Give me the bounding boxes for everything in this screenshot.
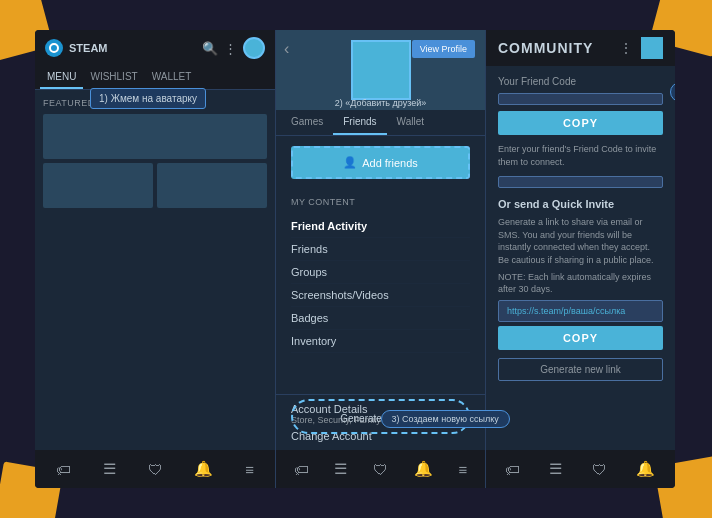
steam-client-panel: STEAM 🔍 ⋮ 1) Жмем на аватарку MENU WISHL… (35, 30, 275, 488)
bell-icon-3[interactable]: 🔔 (636, 460, 655, 478)
quick-invite-title: Or send a Quick Invite (498, 198, 663, 210)
content-item-friend-activity[interactable]: Friend Activity (291, 215, 470, 238)
featured-img-1 (43, 163, 153, 208)
content-item-screenshots[interactable]: Screenshots/Videos (291, 284, 470, 307)
shield-icon-2[interactable]: 🛡 (373, 461, 388, 478)
profile-panel: ‹ View Profile 2) «Добавить друзей» Game… (275, 30, 485, 488)
community-bottom-nav: 🏷 ☰ 🛡 🔔 (485, 450, 675, 488)
my-content-label: MY CONTENT (291, 197, 470, 207)
copy-link-button[interactable]: COPY (498, 326, 663, 350)
enter-friend-code-input[interactable] (498, 176, 663, 188)
steam-header: STEAM 🔍 ⋮ (35, 30, 275, 66)
generate-new-link-button[interactable]: Generate new link (498, 358, 663, 381)
tab-menu[interactable]: MENU (40, 66, 83, 89)
content-item-groups[interactable]: Groups (291, 261, 470, 284)
quick-invite-description: Generate a link to share via email or SM… (498, 216, 663, 266)
steam-logo-text: STEAM (69, 42, 108, 54)
invite-link-url: https://s.team/p/ваша/ссылка (498, 300, 663, 322)
content-item-inventory[interactable]: Inventory (291, 330, 470, 353)
community-header: COMMUNITY ⋮ (486, 30, 675, 66)
steam-bottom-nav: 🏷 ☰ 🛡 🔔 ≡ (35, 450, 275, 488)
avatar[interactable] (243, 37, 265, 59)
quick-invite-note: NOTE: Each link automatically expires af… (498, 271, 663, 296)
friend-code-display (498, 93, 663, 105)
featured-images (43, 114, 267, 208)
tag-icon[interactable]: 🏷 (56, 461, 71, 478)
content-item-badges[interactable]: Badges (291, 307, 470, 330)
shield-icon[interactable]: 🛡 (148, 461, 163, 478)
profile-avatar-image (351, 40, 411, 100)
tag-icon-3[interactable]: 🏷 (505, 461, 520, 478)
library-icon[interactable]: ☰ (103, 460, 116, 478)
view-profile-button[interactable]: View Profile (412, 40, 475, 58)
hamburger-icon-2[interactable]: ≡ (458, 461, 467, 478)
add-friends-label: Add friends (362, 157, 418, 169)
friend-code-description: Enter your friend's Friend Code to invit… (498, 143, 663, 168)
featured-img-2 (157, 163, 267, 208)
community-avatar (641, 37, 663, 59)
tag-icon-2[interactable]: 🏷 (294, 461, 309, 478)
tab-wishlist[interactable]: WISHLIST (83, 66, 144, 89)
tab-wallet[interactable]: Wallet (387, 110, 434, 135)
search-icon[interactable]: 🔍 (202, 41, 218, 56)
content-item-friends[interactable]: Friends (291, 238, 470, 261)
tab-wallet[interactable]: WALLET (145, 66, 199, 89)
steam-nav-icons: 🔍 ⋮ (202, 37, 265, 59)
steam-logo-inner (49, 43, 59, 53)
profile-bottom-nav: 🏷 ☰ 🛡 🔔 ≡ (276, 450, 485, 488)
friend-code-title: Your Friend Code (498, 76, 663, 87)
copy-friend-code-button[interactable]: COPY (498, 111, 663, 135)
bell-icon-2[interactable]: 🔔 (414, 460, 433, 478)
community-title: COMMUNITY (498, 40, 593, 56)
community-menu-icon[interactable]: ⋮ (619, 40, 633, 56)
featured-img-wide (43, 114, 267, 159)
library-icon-2[interactable]: ☰ (334, 460, 347, 478)
tab-games[interactable]: Games (281, 110, 333, 135)
annotation-create-link: 3) Создаем новую ссылку (381, 410, 510, 428)
person-add-icon: 👤 (343, 156, 357, 169)
add-friends-button[interactable]: 👤 Add friends (291, 146, 470, 179)
annotation-add-friends: 2) «Добавить друзей» (335, 98, 427, 108)
shield-icon-3[interactable]: 🛡 (592, 461, 607, 478)
annotation-click-avatar: 1) Жмем на аватарку (90, 88, 206, 109)
bell-icon[interactable]: 🔔 (194, 460, 213, 478)
profile-tabs: Games Friends Wallet (276, 110, 485, 136)
tab-friends[interactable]: Friends (333, 110, 386, 135)
community-panel: COMMUNITY ⋮ Your Friend Code COPY Enter … (485, 30, 675, 488)
main-container: STEAM 🔍 ⋮ 1) Жмем на аватарку MENU WISHL… (35, 30, 675, 488)
steam-tabs: MENU WISHLIST WALLET (35, 66, 275, 90)
my-content-section: MY CONTENT Friend Activity Friends Group… (276, 189, 485, 361)
community-content: Your Friend Code COPY Enter your friend'… (486, 66, 675, 391)
steam-logo-circle (45, 39, 63, 57)
community-header-right: ⋮ (619, 37, 663, 59)
back-button[interactable]: ‹ (284, 40, 289, 58)
hamburger-icon[interactable]: ≡ (245, 461, 254, 478)
menu-icon[interactable]: ⋮ (224, 41, 237, 56)
library-icon-3[interactable]: ☰ (549, 460, 562, 478)
